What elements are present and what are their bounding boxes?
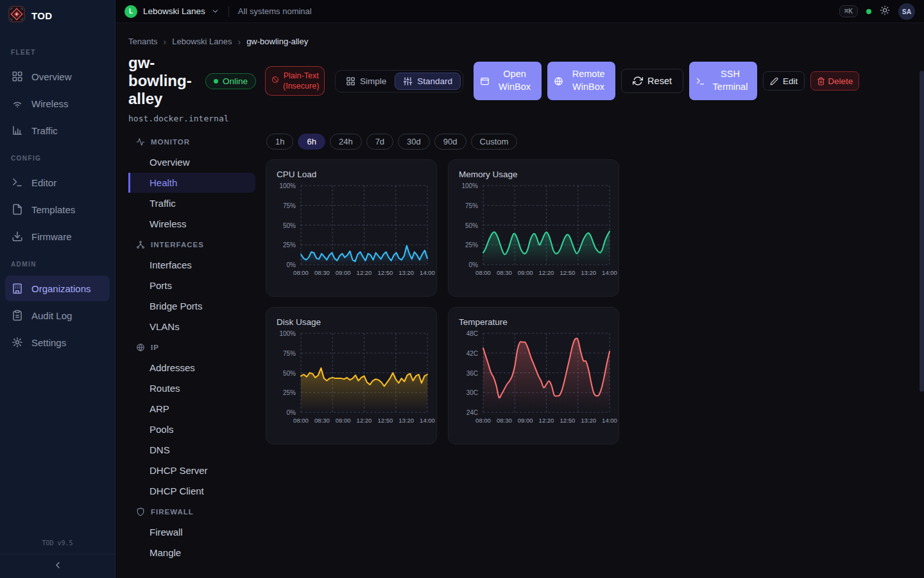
x-tick: 08:30 (314, 269, 330, 276)
action-label: Edit (783, 76, 798, 86)
sidebar-item-traffic[interactable]: Traffic (5, 118, 110, 143)
tenant-switcher[interactable]: L Lebowski Lanes (124, 5, 219, 18)
ssh-terminal-button[interactable]: SSH Terminal (689, 62, 757, 100)
view-mode-standard[interactable]: Standard (395, 73, 461, 90)
sidebar-section-label-fleet: FLEET (5, 39, 110, 62)
y-tick: 25% (465, 241, 478, 249)
subnav-item-wireless[interactable]: Wireless (128, 214, 255, 234)
theme-toggle-button[interactable] (880, 5, 890, 18)
app-version: TOD v9.5 (0, 532, 115, 554)
time-range-6h[interactable]: 6h (298, 134, 325, 150)
subnav-item-dhcp-server[interactable]: DHCP Server (128, 460, 255, 480)
chevron-down-icon (211, 7, 219, 15)
app-logo: TOD (0, 0, 115, 31)
sidebar-item-wireless[interactable]: Wireless (5, 91, 110, 116)
sidebar-item-editor[interactable]: Editor (5, 170, 110, 195)
sidebar-item-audit-log[interactable]: Audit Log (5, 302, 110, 328)
edit-button[interactable]: Edit (763, 71, 805, 91)
sidebar-item-label: Editor (31, 177, 56, 188)
subnav-item-addresses[interactable]: Addresses (128, 358, 255, 378)
breadcrumb-tenants[interactable]: Tenants (128, 37, 158, 46)
tod-logo-icon (8, 6, 25, 25)
breadcrumb: Tenants › Lebowski Lanes › gw-bowling-al… (116, 23, 924, 46)
time-range-custom[interactable]: Custom (471, 134, 518, 150)
terminal-icon (12, 177, 23, 188)
subnav-item-bridge-ports[interactable]: Bridge Ports (128, 296, 255, 316)
user-avatar[interactable]: SA (898, 3, 915, 20)
scrollbar-thumb[interactable] (920, 71, 924, 392)
subnav-item-vlans[interactable]: VLANs (128, 317, 255, 337)
y-tick: 100% (461, 182, 478, 189)
time-range-7d[interactable]: 7d (366, 134, 393, 150)
remote-winbox-button[interactable]: Remote WinBox (547, 62, 615, 100)
y-tick: 30C (466, 389, 478, 396)
breadcrumb-device-name: gw-bowling-alley (246, 37, 308, 46)
chart-cpu-load (301, 186, 427, 265)
x-tick: 14:00 (420, 269, 435, 276)
grid-icon (346, 76, 355, 86)
sidebar-item-settings[interactable]: Settings (5, 329, 110, 355)
y-tick: 42C (466, 349, 478, 356)
network-icon (136, 240, 145, 249)
subnav-item-pools[interactable]: Pools (128, 419, 255, 439)
building-icon (12, 283, 23, 294)
x-tick: 08:00 (293, 417, 309, 424)
view-mode-simple[interactable]: Simple (338, 73, 395, 90)
time-range-1h[interactable]: 1h (266, 134, 293, 150)
x-axis-labels: 08:0008:3009:0012:2012:5013:2014:00 (483, 417, 610, 425)
y-tick: 50% (465, 222, 478, 229)
sidebar-collapse-button[interactable] (0, 554, 115, 578)
time-range-30d[interactable]: 30d (398, 134, 430, 150)
bar-chart-icon (12, 125, 23, 136)
time-range-24h[interactable]: 24h (330, 134, 362, 150)
x-tick: 12:50 (377, 417, 393, 424)
sidebar-item-organizations[interactable]: Organizations (5, 276, 110, 301)
sidebar-item-label: Settings (31, 337, 66, 348)
open-winbox-button[interactable]: Open WinBox (474, 62, 542, 100)
y-axis-labels: 100%75%50%25%0% (458, 186, 483, 265)
sidebar-item-firmware[interactable]: Firmware (5, 223, 110, 249)
subnav-item-ports[interactable]: Ports (128, 276, 255, 295)
subnav-item-arp[interactable]: ARP (128, 399, 255, 419)
chart-title: Memory Usage (459, 170, 610, 179)
x-tick: 08:00 (293, 269, 309, 276)
grid-icon (12, 71, 23, 82)
x-tick: 12:20 (357, 417, 372, 424)
subnav-section-firewall: FIREWALL (128, 502, 255, 521)
subnav-item-overview[interactable]: Overview (128, 152, 255, 172)
reset-button[interactable]: Reset (621, 69, 683, 93)
sidebar-item-templates[interactable]: Templates (5, 197, 110, 222)
chart-plot-area (301, 333, 427, 412)
subnav-item-traffic[interactable]: Traffic (128, 193, 255, 213)
sidebar-item-overview[interactable]: Overview (5, 64, 110, 89)
x-tick: 08:00 (475, 417, 491, 424)
x-tick: 12:20 (539, 269, 554, 276)
sidebar-item-label: Templates (31, 204, 75, 215)
breadcrumb-tenant-name[interactable]: Lebowski Lanes (172, 37, 232, 46)
subnav-item-interfaces[interactable]: Interfaces (128, 255, 255, 275)
trash-icon (817, 77, 825, 85)
subnav-section-label: MONITOR (151, 138, 190, 146)
y-tick: 25% (283, 241, 296, 249)
x-tick: 13:20 (398, 417, 414, 424)
x-tick: 09:00 (336, 417, 351, 424)
x-tick: 08:30 (497, 417, 512, 424)
subnav-item-health[interactable]: Health (128, 173, 255, 193)
online-label: Online (223, 76, 248, 86)
topbar-divider (228, 6, 229, 17)
x-axis-labels: 08:0008:3009:0012:2012:5013:2014:00 (483, 269, 610, 277)
y-axis-labels: 48C42C36C30C24C (458, 333, 483, 412)
subnav-item-firewall[interactable]: Firewall (128, 522, 255, 542)
chart-title: CPU Load (277, 170, 427, 179)
subnav-item-dhcp-client[interactable]: DHCP Client (128, 481, 255, 501)
tenant-name: Lebowski Lanes (143, 6, 205, 16)
time-range-90d[interactable]: 90d (434, 134, 466, 150)
subnav-item-mangle[interactable]: Mangle (128, 543, 255, 563)
y-tick: 48C (466, 330, 478, 337)
command-palette-shortcut[interactable]: ⌘K (839, 5, 858, 17)
subnav-item-dns[interactable]: DNS (128, 440, 255, 460)
health-panel: 1h6h24h7d30d90dCustom CPU Load100%75%50%… (261, 132, 911, 563)
globe-icon (136, 343, 145, 352)
subnav-item-routes[interactable]: Routes (128, 378, 255, 398)
delete-button[interactable]: Delete (810, 71, 859, 91)
